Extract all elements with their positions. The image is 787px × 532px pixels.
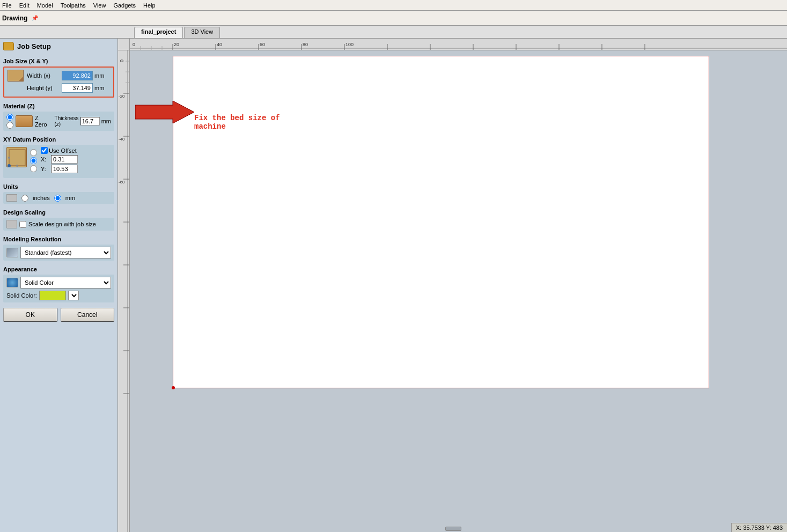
datum-inner: Use Offset X: Y: [6,147,111,176]
tab-final-project[interactable]: final_project [134,27,183,38]
buttons-row: OK Cancel [3,308,114,322]
z-zero-radio-group [6,114,13,129]
thickness-group: Thickness (z) mm [55,115,111,127]
datum-pos-radio-1[interactable] [30,149,37,156]
z-zero-bottom-radio[interactable] [6,122,13,129]
cancel-button[interactable]: Cancel [61,308,115,322]
ruler-vertical: 0 -20 -40 -60 [118,50,130,532]
inches-radio[interactable] [21,195,28,202]
y-offset-input[interactable] [51,165,78,173]
x-offset-input[interactable] [51,155,78,164]
menu-file[interactable]: File [2,2,12,9]
scale-icon [6,220,17,228]
folder-icon [3,42,14,50]
appearance-box: Solid Color Texture Material Solid Color… [3,275,114,302]
tab-3d-view[interactable]: 3D View [184,27,220,38]
menu-toolpaths[interactable]: Toolpaths [61,2,86,9]
menu-view[interactable]: View [93,2,106,9]
svg-text:-40: -40 [119,137,125,142]
use-offset-check-row: Use Offset [41,147,78,154]
ruler-horizontal: 0 20 40 60 80 100 [130,39,787,50]
z-zero-top-row [6,114,13,121]
color-dropdown[interactable]: ▼ [68,291,79,300]
coord-display: X: 35.7533 Y: 483 [731,523,787,532]
svg-text:100: 100 [345,42,354,47]
toolbar: Drawing 📌 [0,11,787,26]
svg-text:0: 0 [119,60,124,62]
datum-pos-radio-3[interactable] [30,165,37,172]
main-layout: Job Setup Job Size (X & Y) Width (x) 92.… [0,39,787,532]
drawing-area [173,56,709,388]
material-z-label: Material (Z) [3,103,114,109]
annotation-arrow-svg [135,99,194,125]
use-offset-checkbox[interactable] [41,147,48,154]
corner-marker [172,386,175,389]
job-size-box: Width (x) 92.802 mm Height (y) 37.149 mm [3,66,114,98]
wood-icon [16,115,33,127]
datum-pos-radio-2[interactable] [30,157,37,164]
svg-text:60: 60 [260,42,265,47]
thickness-label: Thickness (z) [55,115,79,127]
appearance-type-select[interactable]: Solid Color Texture Material [20,277,111,289]
width-input[interactable]: 92.802 [62,71,93,80]
menu-gadgets[interactable]: Gadgets [113,2,136,9]
svg-rect-0 [9,150,25,166]
panel-title: Job Setup [3,42,114,50]
svg-text:80: 80 [303,42,308,47]
h-scrollbar-thumb[interactable] [445,527,461,531]
canvas-area: 0 20 40 60 80 100 [118,39,787,532]
thickness-unit: mm [101,118,111,124]
modeling-icon [6,248,18,257]
color-swatch [39,291,66,300]
annotation-container [135,99,194,127]
svg-text:40: 40 [217,42,222,47]
xy-y-row: Y: [41,165,78,173]
scale-checkbox-label: Scale design with job size [28,221,96,227]
modeling-row: Standard (fastest) High Very High Maximu… [6,247,111,258]
menu-model[interactable]: Model [37,2,53,9]
tab-bar: final_project 3D View [0,26,787,39]
modeling-resolution-label: Modeling Resolution [3,236,114,242]
appearance-type-row: Solid Color Texture Material [6,277,111,289]
toolbar-pin[interactable]: 📌 [32,15,38,21]
z-zero-top-radio[interactable] [6,114,13,121]
svg-point-3 [16,165,18,167]
units-row: inches mm [6,194,111,202]
svg-point-1 [8,164,11,167]
height-input[interactable]: 37.149 [62,83,93,93]
width-label: Width (x) [27,72,62,79]
appearance-icon [6,278,18,287]
job-size-label: Job Size (X & Y) [3,58,114,64]
menu-bar: File Edit Model Toolpaths View Gadgets H… [0,0,787,11]
menu-help[interactable]: Help [143,2,156,9]
material-box: Z Zero Thickness (z) mm [3,112,114,131]
job-size-height-row: Height (y) 37.149 mm [8,83,110,93]
datum-icon [6,147,27,167]
height-unit: mm [94,85,104,91]
menu-edit[interactable]: Edit [19,2,30,9]
svg-text:20: 20 [174,42,179,47]
use-offset-label: Use Offset [49,147,77,154]
svg-text:-60: -60 [119,180,125,184]
solid-color-row: Solid Color: ▼ [6,291,111,300]
svg-text:0: 0 [133,42,135,47]
y-label: Y: [41,166,49,172]
use-offset-row: Use Offset X: Y: [30,147,111,174]
inches-label: inches [33,195,50,201]
xy-x-row: X: [41,155,78,164]
scaling-box: Scale design with job size [3,218,114,231]
solid-color-label: Solid Color: [6,292,37,299]
mm-label: mm [65,195,75,201]
x-label: X: [41,156,49,162]
thickness-input[interactable] [80,117,100,125]
ok-button[interactable]: OK [3,308,57,322]
svg-point-2 [8,157,10,159]
modeling-resolution-select[interactable]: Standard (fastest) High Very High Maximu… [20,247,111,258]
mm-radio[interactable] [54,195,61,202]
modeling-box: Standard (fastest) High Very High Maximu… [3,245,114,261]
scale-checkbox[interactable] [19,221,26,228]
window-title-label: Drawing [2,14,27,22]
panel-title-text: Job Setup [17,42,51,50]
z-zero-text: Z Zero [35,115,50,128]
material-row: Z Zero Thickness (z) mm [6,114,111,129]
